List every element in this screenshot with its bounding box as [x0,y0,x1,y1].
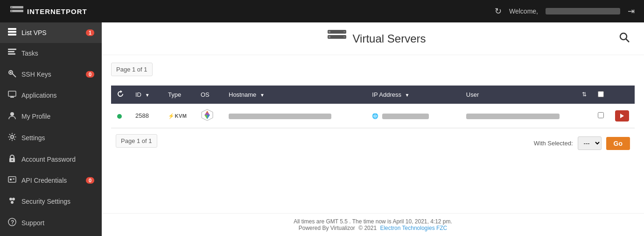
svg-point-17 [11,136,14,138]
footer-timezone: All times are GMT 5.5 . The time now is … [106,218,639,225]
kvm-type-badge: ⚡KVM [168,113,187,119]
svg-rect-21 [10,179,12,180]
row-hostname [223,104,366,128]
main-content: Virtual Servers Page 1 of 1 [102,22,644,236]
svg-rect-9 [8,53,15,55]
table-header-checkbox[interactable] [592,86,609,104]
security-settings-icon [7,196,17,207]
sidebar-item-my-profile[interactable]: My Profile [0,106,102,127]
sidebar-item-applications[interactable]: Applications [0,85,102,106]
row-ip: 🌐 [366,104,461,128]
svg-marker-39 [207,115,210,119]
page-info-top: Page 1 of 1 [111,63,153,76]
list-vps-badge: 1 [86,29,94,36]
refresh-icon[interactable]: ↻ [495,6,502,16]
virtual-servers-icon [328,30,346,47]
logo-text: INTERNETPORT [27,7,87,15]
row-id: 2588 [130,104,162,128]
settings-icon [7,133,17,143]
sidebar-item-tasks[interactable]: Tasks [0,43,102,64]
ssh-keys-badge: 0 [86,71,94,78]
svg-text:?: ? [11,219,14,226]
select-all-checkbox[interactable] [598,91,604,97]
applications-icon [7,91,17,100]
row-action-cell [609,104,635,128]
sidebar-item-account-password[interactable]: Account Password [0,149,102,170]
api-credentials-badge: 0 [86,177,94,184]
with-selected-area: With Selected: --- Go [534,136,630,150]
footer-company-link[interactable]: Electron Technologies FZC [380,225,447,231]
os-icon [201,108,214,122]
sidebar-label-applications: Applications [21,92,57,99]
footer-powered-by: Powered By Virtualizor © 2021 Electron T… [106,225,639,231]
sidebar-label-settings: Settings [21,134,45,142]
svg-point-19 [12,159,13,161]
sidebar-item-ssh-keys[interactable]: SSH Keys 0 [0,64,102,85]
table-header-os: OS [195,86,223,104]
svg-marker-41 [620,114,624,118]
welcome-text: Welcome, [509,7,538,15]
table-header-row: ID ▼ Type OS Hostname ▼ IP Address ▼ [111,86,635,104]
table-header-ip[interactable]: IP Address ▼ [366,86,461,104]
sidebar-item-security-settings[interactable]: Security Settings [0,191,102,212]
my-profile-icon [7,111,17,122]
page-title-area: Virtual Servers [328,30,426,47]
sidebar-item-list-vps[interactable]: List VPS 1 [0,22,102,43]
table-header-user[interactable]: User ⇅ [461,86,592,104]
svg-marker-38 [204,115,207,119]
row-action-button[interactable] [615,110,629,122]
sidebar-item-support[interactable]: ? Support [0,212,102,234]
row-checkbox[interactable] [598,112,604,118]
footer: All times are GMT 5.5 . The time now is … [102,213,644,236]
svg-point-24 [12,198,15,200]
sidebar-label-list-vps: List VPS [21,29,47,36]
hostname-value [229,114,331,119]
username-display [546,8,620,14]
vps-table: ID ▼ Type OS Hostname ▼ IP Address ▼ [111,86,635,128]
svg-rect-20 [8,177,16,182]
sidebar-label-ssh-keys: SSH Keys [21,71,51,78]
sidebar-label-support: Support [21,219,44,227]
sidebar-label-security-settings: Security Settings [21,198,70,205]
svg-rect-13 [8,91,16,96]
page-title: Virtual Servers [353,32,426,45]
table-header-id[interactable]: ID ▼ [130,86,162,104]
svg-line-35 [626,39,629,42]
svg-point-16 [10,112,14,116]
table-header-refresh[interactable] [111,86,130,104]
row-os [195,104,223,128]
logout-icon[interactable]: ⇥ [628,6,635,16]
svg-rect-4 [8,28,16,30]
svg-line-11 [13,74,16,78]
main-header: Virtual Servers [102,22,644,55]
svg-rect-6 [8,34,16,36]
topbar: INTERNETPORT ↻ Welcome, ⇥ [0,0,644,22]
ip-flags: 🌐 [372,113,378,119]
search-button[interactable] [619,32,630,46]
with-selected-dropdown[interactable]: --- [578,136,602,150]
svg-rect-31 [329,36,330,38]
logo-icon [9,3,24,19]
list-vps-icon [7,28,17,37]
svg-rect-22 [13,179,14,179]
bottom-bar: Page 1 of 1 With Selected: --- Go [111,128,635,158]
table-header-action [609,86,635,104]
svg-rect-30 [329,31,330,33]
sidebar: List VPS 1 Tasks SSH Keys [0,22,102,236]
svg-marker-40 [204,112,210,115]
sidebar-item-api-credentials[interactable]: API Credentials 0 [0,170,102,191]
go-button[interactable]: Go [606,137,630,150]
sidebar-label-my-profile: My Profile [21,113,50,120]
table-header-hostname[interactable]: Hostname ▼ [223,86,366,104]
table-header-type: Type [162,86,195,104]
content-area: Page 1 of 1 ID ▼ Type [102,55,644,213]
user-value [466,114,560,119]
svg-point-12 [10,72,12,73]
row-user [461,104,592,128]
account-password-icon [7,154,17,164]
tasks-icon [7,49,17,58]
svg-point-3 [11,10,13,12]
svg-point-25 [11,201,14,204]
ip-value [382,114,429,119]
sidebar-item-settings[interactable]: Settings [0,127,102,149]
